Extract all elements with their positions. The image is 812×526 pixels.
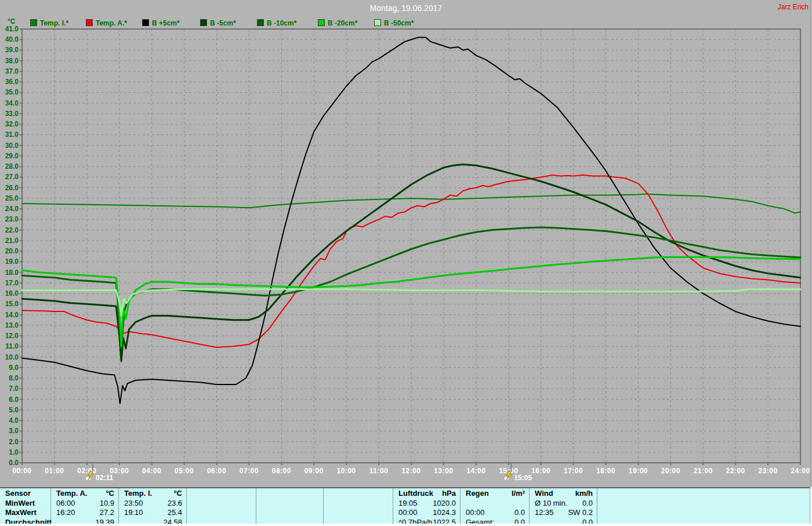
- table-cell: Wind: [535, 489, 553, 498]
- svg-text:35.0: 35.0: [5, 88, 19, 96]
- svg-text:0.0: 0.0: [9, 459, 19, 467]
- temperature-chart[interactable]: 0.01.02.03.04.05.06.07.08.09.010.011.012…: [0, 0, 812, 487]
- table-cell: Ø 10 min.: [535, 499, 567, 507]
- window-bottom-strip: [0, 524, 812, 526]
- svg-text:17:00: 17:00: [564, 467, 583, 475]
- svg-text:14.0: 14.0: [5, 311, 19, 319]
- svg-text:20:00: 20:00: [661, 467, 680, 475]
- svg-text:33.0: 33.0: [5, 110, 19, 118]
- table-row: [256, 488, 323, 498]
- marker-time-label: 02:11: [96, 474, 113, 482]
- svg-text:5.0: 5.0: [9, 406, 19, 414]
- table-column-empty: [597, 488, 810, 525]
- table-row: 23:5023.6: [119, 498, 186, 508]
- x-axis-labels: 00:0001:0002:0003:0004:0005:0006:0007:00…: [12, 467, 810, 475]
- svg-text:10.0: 10.0: [5, 353, 19, 361]
- table-row: 19:1025.4: [119, 507, 186, 517]
- svg-text:2.0: 2.0: [9, 438, 19, 446]
- table-cell: MaxWert: [5, 508, 37, 517]
- table-row: [324, 488, 393, 498]
- svg-text:31.0: 31.0: [5, 130, 19, 139]
- svg-text:30.0: 30.0: [5, 142, 19, 150]
- svg-text:23:00: 23:00: [758, 467, 777, 475]
- table-cell: 00:00: [398, 508, 418, 517]
- table-row: 00:000.0: [461, 507, 529, 517]
- svg-text:07:00: 07:00: [240, 467, 259, 475]
- svg-text:06:00: 06:00: [207, 467, 226, 475]
- svg-text:9.0: 9.0: [9, 364, 19, 372]
- svg-text:21:00: 21:00: [694, 467, 713, 475]
- svg-text:24.0: 24.0: [5, 205, 19, 213]
- svg-text:12.0: 12.0: [5, 332, 19, 340]
- svg-text:26.0: 26.0: [5, 184, 19, 192]
- svg-text:15.0: 15.0: [5, 300, 19, 308]
- svg-text:4.0: 4.0: [9, 416, 19, 425]
- table-row: Ø 10 min.0.0: [530, 498, 597, 508]
- table-cell: l/m²: [512, 489, 525, 498]
- svg-text:7.0: 7.0: [9, 384, 19, 393]
- table-column-empty: [187, 488, 256, 525]
- table-row: [187, 498, 256, 508]
- svg-text:22:00: 22:00: [726, 467, 745, 475]
- table-row: Regenl/m²: [461, 488, 529, 498]
- svg-text:38.0: 38.0: [5, 57, 19, 65]
- statistics-table: SensorMinWertMaxWertDurchschnittTemp. A.…: [0, 487, 810, 525]
- table-cell: 10.9: [100, 499, 114, 507]
- svg-text:41.0: 41.0: [5, 25, 19, 33]
- svg-text:19.0: 19.0: [5, 257, 19, 266]
- svg-text:11.0: 11.0: [5, 342, 19, 350]
- table-row: 19:051020.0: [393, 498, 460, 508]
- table-cell: 23:50: [124, 499, 143, 507]
- table-row: [187, 507, 256, 517]
- svg-text:37.0: 37.0: [5, 67, 19, 75]
- grid-lines: [22, 29, 800, 463]
- table-row: [324, 498, 393, 508]
- table-cell: hPa: [442, 489, 456, 498]
- table-row: [597, 507, 810, 517]
- table-cell: MinWert: [5, 499, 35, 507]
- table-row: LuftdruckhPa: [393, 488, 460, 498]
- svg-text:18:00: 18:00: [596, 467, 615, 475]
- table-row: Temp. A.°C: [51, 488, 118, 498]
- table-cell: 19:05: [398, 499, 418, 507]
- table-row: [187, 488, 256, 498]
- table-row: Temp. I.°C: [119, 488, 186, 498]
- svg-text:16:00: 16:00: [531, 467, 550, 475]
- table-row: [256, 507, 323, 517]
- svg-text:13.0: 13.0: [5, 321, 19, 329]
- svg-text:02:00: 02:00: [77, 467, 96, 475]
- table-cell: Regen: [466, 489, 489, 498]
- svg-text:09:00: 09:00: [304, 467, 324, 475]
- svg-text:08:00: 08:00: [272, 467, 291, 475]
- table-column-empty: [324, 488, 393, 525]
- svg-text:22.0: 22.0: [5, 226, 19, 234]
- weather-chart-window: Montag, 19.06.2017 Jarz Erich °C Temp. I…: [0, 0, 812, 526]
- svg-text:19:00: 19:00: [629, 467, 648, 475]
- svg-text:8.0: 8.0: [9, 374, 19, 382]
- table-cell: 27.2: [100, 508, 114, 517]
- table-column-wind: Windkm/hØ 10 min.0.012:35SW 0.20.0: [530, 488, 597, 525]
- svg-text:12:00: 12:00: [401, 467, 420, 475]
- table-column-regen: Regenl/m²00:000.0Gesamt:0.0: [461, 488, 530, 525]
- table-cell: 0.0: [514, 508, 525, 517]
- svg-text:20.0: 20.0: [5, 247, 19, 255]
- table-row: 16:2027.2: [51, 507, 118, 517]
- table-column-luftdruck: LuftdruckhPa19:051020.000:001024.3^0.7hP…: [393, 488, 461, 525]
- svg-text:18.0: 18.0: [5, 269, 19, 277]
- table-cell: °C: [173, 489, 182, 498]
- svg-text:14:00: 14:00: [466, 467, 485, 475]
- svg-text:29.0: 29.0: [5, 152, 19, 160]
- table-cell: Temp. I.: [124, 489, 152, 498]
- table-cell: 16:20: [56, 508, 75, 517]
- svg-text:01:00: 01:00: [45, 467, 64, 475]
- svg-text:27.0: 27.0: [5, 173, 19, 181]
- svg-text:11:00: 11:00: [369, 467, 389, 475]
- table-cell: 0.0: [582, 499, 593, 507]
- table-cell: SW 0.2: [568, 508, 593, 517]
- table-column-temp-i: Temp. I.°C23:5023.619:1025.424.58: [119, 488, 187, 525]
- svg-text:16.0: 16.0: [5, 289, 19, 298]
- window-right-edge: [810, 0, 811, 524]
- svg-text:3.0: 3.0: [9, 427, 19, 435]
- table-row: 00:001024.3: [393, 507, 460, 517]
- table-row: [324, 507, 393, 517]
